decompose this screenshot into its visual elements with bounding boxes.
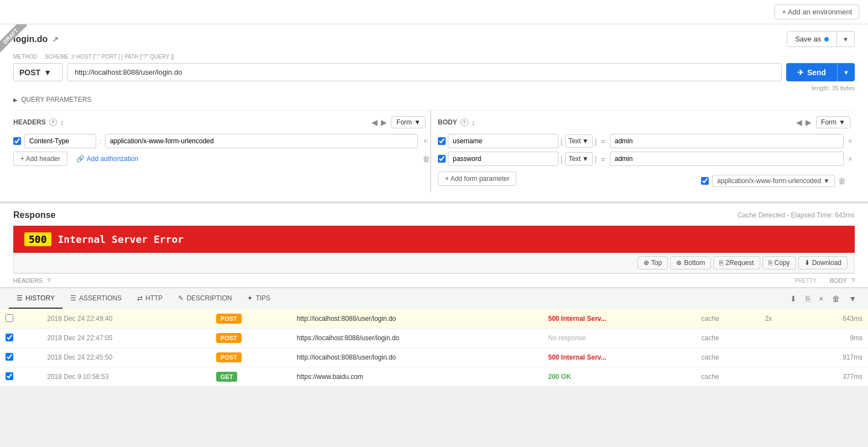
request-title-row: login.do ↗ Save as ▼: [13, 31, 855, 47]
assertions-icon: ☰: [70, 294, 76, 302]
http-icon: ⇄: [137, 294, 143, 302]
response-2request-button[interactable]: ⎘ 2Request: [713, 256, 760, 269]
header-val-0[interactable]: [105, 134, 418, 148]
method-select[interactable]: POST ▼: [13, 63, 63, 81]
history-url-0[interactable]: http://localhost:8088/user/login.do: [291, 309, 543, 329]
body-param-check-1[interactable]: [438, 155, 446, 163]
tips-icon: ✦: [247, 294, 253, 302]
body-param-name-0[interactable]: [448, 134, 558, 148]
top-bar: + Add an environment: [0, 0, 868, 24]
headers-form-dropdown[interactable]: Form ▼: [391, 116, 426, 128]
tab-assertions[interactable]: ☰ ASSERTIONS: [62, 289, 129, 309]
body-param-row-1: [ Text ▼ ] = ×: [438, 152, 855, 166]
body-param-type-1[interactable]: Text ▼: [565, 152, 593, 165]
history-count-0: 2x: [760, 309, 799, 329]
2request-icon: ⎘: [719, 259, 723, 267]
add-header-button[interactable]: + Add header: [13, 152, 67, 166]
history-status-3: 200 OK: [542, 367, 696, 387]
body-sort-icon[interactable]: ↕: [472, 118, 475, 127]
add-form-param-button[interactable]: + Add form parameter: [438, 171, 516, 186]
headers-nav-left[interactable]: ◀: [372, 118, 378, 127]
query-params-toggle[interactable]: ▶ QUERY PARAMETERS: [13, 96, 855, 103]
history-count-3: [760, 367, 799, 387]
external-link-icon[interactable]: ↗: [52, 35, 59, 44]
body-param-type-0[interactable]: Text ▼: [565, 134, 593, 148]
response-bottom-button[interactable]: ⊕ Bottom: [670, 256, 711, 269]
history-timestamp-0: 2018 Dec 24 22:49:40: [41, 309, 211, 329]
length-info: length: 35 bytes: [13, 85, 855, 91]
response-top-button[interactable]: ⊕ Top: [637, 256, 668, 269]
history-count-2: [760, 348, 799, 367]
send-arrow-button[interactable]: ▼: [837, 63, 855, 81]
headers-sort-icon[interactable]: ↕: [60, 118, 64, 127]
status-code-badge: 500: [24, 232, 51, 246]
response-toolbar: ⊕ Top ⊕ Bottom ⎘ 2Request ⎘ Copy ⬇ Downl…: [13, 253, 855, 273]
history-url-1[interactable]: https://localhost:8088/user/login.do: [291, 329, 543, 348]
header-check-0[interactable]: [13, 137, 21, 145]
body-param-delete-1[interactable]: ×: [846, 153, 855, 164]
draft-banner: DRAFT: [0, 24, 33, 58]
tab-close-icon[interactable]: ×: [816, 293, 826, 304]
response-copy-button[interactable]: ⎘ Copy: [762, 256, 796, 269]
encoding-value: application/x-www-form-urlencoded: [717, 177, 821, 185]
tab-tips[interactable]: ✦ TIPS: [239, 289, 278, 309]
history-check-0[interactable]: [6, 314, 13, 322]
tab-delete-icon[interactable]: 🗑: [829, 293, 843, 304]
encoding-check[interactable]: [701, 177, 709, 185]
response-headers-info-icon: ?: [47, 277, 50, 284]
history-time-0: 643ms: [799, 309, 868, 329]
history-label: HISTORY: [25, 294, 55, 302]
headers-nav-right[interactable]: ▶: [381, 118, 387, 127]
history-check-3[interactable]: [6, 372, 13, 380]
send-button[interactable]: ✈ Send: [786, 63, 837, 81]
history-url-2[interactable]: http://localhost:8088/user/login.do: [291, 348, 543, 367]
body-param-name-1[interactable]: [448, 152, 558, 166]
header-key-0[interactable]: [24, 134, 96, 148]
http-label: HTTP: [145, 294, 163, 302]
history-cache-3: cache: [696, 367, 759, 387]
history-check-2[interactable]: [6, 353, 13, 361]
tab-expand-icon[interactable]: ▼: [846, 293, 859, 304]
tab-http[interactable]: ⇄ HTTP: [129, 289, 170, 309]
add-auth-button[interactable]: 🔗 Add authorization: [76, 155, 138, 163]
download-icon: ⬇: [804, 259, 810, 267]
history-row-0[interactable]: 2018 Dec 24 22:49:40 POST http://localho…: [0, 309, 868, 329]
history-method-3: GET: [216, 372, 238, 382]
encoding-dropdown[interactable]: application/x-www-form-urlencoded ▼: [712, 175, 835, 187]
save-as-button[interactable]: Save as ▼: [787, 31, 855, 47]
body-form-dropdown[interactable]: Form ▼: [816, 116, 850, 128]
body-param-value-1[interactable]: [610, 152, 844, 166]
history-cache-2: cache: [696, 348, 759, 367]
body-param-check-0[interactable]: [438, 137, 446, 145]
history-row-1[interactable]: 2018 Dec 24 22:47:05 POST https://localh…: [0, 329, 868, 348]
history-status-0: 500 Internal Serv...: [542, 309, 696, 329]
tab-download-icon[interactable]: ⬇: [787, 293, 799, 304]
header-delete-0[interactable]: ×: [421, 136, 430, 147]
history-check-1[interactable]: [6, 334, 13, 341]
history-section: 2018 Dec 24 22:49:40 POST http://localho…: [0, 309, 868, 387]
url-input[interactable]: [67, 63, 782, 81]
save-as-dot: [824, 37, 829, 41]
tab-copy-icon[interactable]: ⎘: [803, 293, 813, 304]
body-param-delete-0[interactable]: ×: [846, 136, 855, 147]
save-as-arrow[interactable]: ▼: [837, 33, 854, 46]
tab-action-icons: ⬇ ⎘ × 🗑 ▼: [787, 293, 859, 304]
headers-delete-icon[interactable]: 🗑: [422, 154, 430, 163]
add-auth-label: Add authorization: [87, 155, 138, 163]
history-url-3[interactable]: https://www.baidu.com: [291, 367, 543, 387]
history-timestamp-1: 2018 Dec 24 22:47:05: [41, 329, 211, 348]
history-time-3: 377ms: [799, 367, 868, 387]
history-row-2[interactable]: 2018 Dec 24 22:45:50 POST http://localho…: [0, 348, 868, 367]
encoding-delete-icon[interactable]: 🗑: [838, 176, 846, 185]
body-nav-right[interactable]: ▶: [806, 118, 812, 127]
body-nav-left[interactable]: ◀: [796, 118, 802, 127]
tab-history[interactable]: ☰ HISTORY: [9, 289, 62, 309]
tab-description[interactable]: ✎ DESCRIPTION: [170, 289, 239, 309]
copy-icon: ⎘: [768, 259, 772, 267]
body-param-value-0[interactable]: [610, 134, 844, 148]
history-row-3[interactable]: 2018 Dec 9 10:58:53 GET https://www.baid…: [0, 367, 868, 387]
response-download-button[interactable]: ⬇ Download: [798, 256, 848, 269]
add-environment-button[interactable]: + Add an environment: [775, 4, 859, 19]
lock-icon: 🔗: [76, 155, 85, 163]
headers-body-split: HEADERS ? ↕ ◀ ▶ Form ▼: [13, 110, 855, 193]
